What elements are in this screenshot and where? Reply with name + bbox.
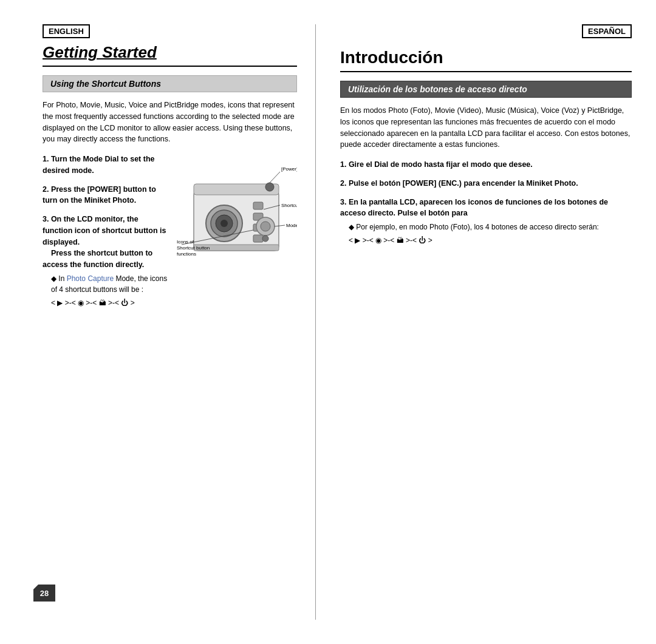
page-number-badge: 28 — [33, 585, 55, 602]
steps-right: 1. Gire el Dial de modo hasta fijar el m… — [340, 159, 632, 246]
svg-line-15 — [270, 172, 280, 183]
step-1-es: 1. Gire el Dial de modo hasta fijar el m… — [340, 159, 632, 171]
page-container: ENGLISH Getting Started Using the Shortc… — [0, 0, 656, 644]
svg-text:functions: functions — [177, 251, 196, 257]
body-text-espanol: En los modos Photo (Foto), Movie (Video)… — [340, 105, 632, 151]
step-3-en: 3. On the LCD monitor, the function icon… — [43, 214, 169, 308]
photo-capture-link[interactable]: Photo Capture — [67, 274, 114, 283]
svg-text:[Power] Button: [Power] Button — [281, 166, 297, 172]
shortcut-symbols-en: < ▶ >-< ◉ >-< 🏔 >-< ⏻ > — [51, 297, 169, 308]
svg-text:Icons of: Icons of — [177, 239, 194, 245]
step-2-en: 2. Press the [POWER] button to turn on t… — [43, 184, 169, 207]
step-2-es: 2. Pulse el botón [POWER] (ENC.) para en… — [340, 178, 632, 189]
steps-left: 1. Turn the Mode Dial to set the desired… — [43, 154, 169, 316]
svg-point-5 — [220, 220, 228, 227]
svg-rect-7 — [253, 202, 263, 209]
svg-text:Mode Dial: Mode Dial — [286, 223, 297, 228]
bullet-en: In Photo Capture Mode, the icons of 4 sh… — [51, 273, 169, 295]
steps-and-image: 1. Turn the Mode Dial to set the desired… — [43, 154, 297, 316]
svg-point-13 — [262, 236, 268, 242]
section-title-espanol: Introducción — [340, 48, 632, 72]
svg-text:Shortcut button: Shortcut button — [281, 203, 297, 208]
step-1-en: 1. Turn the Mode Dial to set the desired… — [43, 154, 169, 177]
subsection-header-english: Using the Shortcut Buttons — [43, 75, 297, 92]
left-column: ENGLISH Getting Started Using the Shortc… — [0, 24, 316, 620]
subsection-header-espanol: Utilización de los botones de acceso dir… — [340, 81, 632, 98]
camera-diagram-area: [Power] Button Shortcut button Mode Dial… — [176, 154, 297, 316]
svg-text:Shortcut button: Shortcut button — [177, 245, 210, 251]
espanol-badge: ESPAÑOL — [582, 24, 632, 38]
shortcut-symbols-es: < ▶ >-< ◉ >-< 🏔 >-< ⏻ > — [349, 235, 632, 246]
camera-diagram-svg: [Power] Button Shortcut button Mode Dial… — [176, 154, 297, 275]
svg-point-6 — [265, 183, 274, 191]
body-text-english: For Photo, Movie, Music, Voice and PictB… — [43, 100, 297, 145]
english-badge: ENGLISH — [43, 24, 90, 38]
bullet-es: Por ejemplo, en modo Photo (Foto), los 4… — [349, 222, 632, 232]
section-title-english: Getting Started — [43, 43, 297, 67]
step-3-es: 3. En la pantalla LCD, aparecen los icon… — [340, 197, 632, 246]
svg-point-12 — [261, 222, 270, 231]
svg-rect-10 — [253, 235, 263, 242]
espanol-badge-container: ESPAÑOL — [340, 24, 632, 43]
right-column: ESPAÑOL Introducción Utilización de los … — [316, 24, 656, 620]
